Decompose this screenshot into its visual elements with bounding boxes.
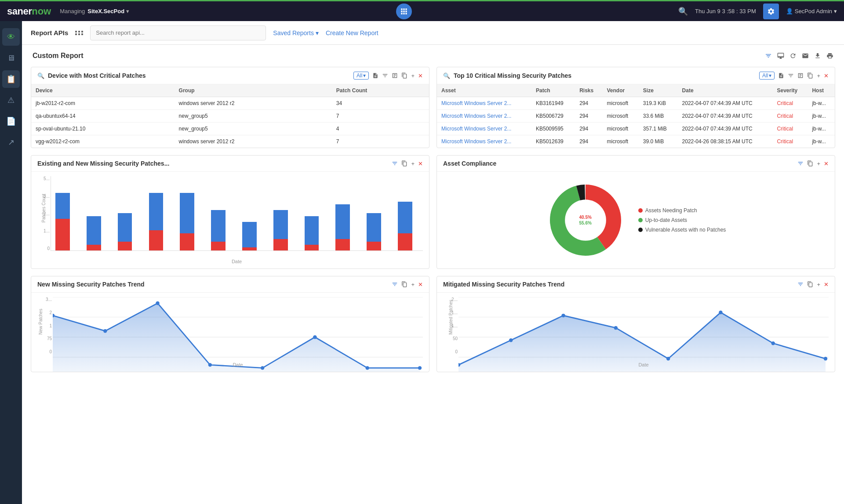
svg-point-10 (103, 329, 107, 333)
new-missing-trend-add-icon[interactable]: + (411, 281, 415, 288)
device-patches-search-icon[interactable]: 🔍 (37, 73, 44, 79)
col-asset: Asset (437, 84, 531, 97)
donut-container: 40.5% 55.6% Assets Needing Patch Up-to-d… (437, 172, 835, 268)
critical-patches-add-icon[interactable]: + (817, 73, 820, 79)
bar-stack (180, 193, 200, 250)
critical-patches-copy-icon[interactable] (807, 73, 813, 79)
device-patches-close-icon[interactable]: ✕ (418, 73, 423, 79)
logo: sanernow (7, 6, 51, 17)
sidebar-item-documents[interactable]: 📄 (2, 112, 20, 130)
device-patches-copy-icon[interactable] (401, 73, 407, 79)
bar-group (51, 176, 80, 250)
bar-stack (398, 202, 418, 250)
col-vendor: Vendor (603, 84, 639, 97)
user-icon: 👤 (786, 8, 793, 15)
col-size: Size (639, 84, 678, 97)
sidebar-item-visibility[interactable]: 👁 (2, 28, 20, 46)
bar-red (335, 239, 350, 250)
device-patches-doc-icon[interactable] (372, 73, 378, 79)
missing-patches-add-icon[interactable]: + (411, 160, 415, 167)
device-patches-actions: All ▾ (353, 72, 423, 80)
search-icon-nav[interactable]: 🔍 (678, 7, 688, 16)
mitigated-trend-filter-icon[interactable] (797, 281, 804, 287)
col-severity: Severity (772, 84, 808, 97)
bar-blue (55, 193, 70, 219)
new-missing-trend-close-icon[interactable]: ✕ (418, 281, 423, 288)
critical-patches-doc-icon[interactable] (778, 73, 784, 79)
user-menu[interactable]: 👤 SecPod Admin ▾ (786, 8, 837, 15)
donut-center-text: 40.5% 55.6% (579, 215, 591, 225)
bar-red (211, 242, 226, 250)
asset-compliance-add-icon[interactable]: + (817, 160, 820, 167)
mitigated-trend-actions: + ✕ (797, 281, 829, 288)
col-group: Group (175, 84, 332, 97)
bar-red (273, 239, 288, 250)
apps-grid-button[interactable] (396, 4, 412, 19)
missing-patches-copy-icon[interactable] (401, 160, 407, 167)
sidebar-item-devices[interactable]: 🖥 (2, 49, 20, 67)
saved-reports-label: Saved Reports (273, 29, 314, 36)
grid-view-button[interactable] (75, 31, 83, 35)
missing-patches-filter-icon[interactable] (392, 160, 398, 167)
saved-reports-button[interactable]: Saved Reports ▾ (273, 29, 319, 36)
download-icon-header[interactable] (814, 52, 821, 59)
dashboard-grid: 🔍 Device with Most Critical Patches All … (31, 67, 835, 372)
bar-blue (149, 193, 164, 230)
nav-time: Thu Jun 9 3 :58 : 33 PM (695, 8, 756, 15)
missing-patches-close-icon[interactable]: ✕ (418, 160, 423, 167)
settings-button[interactable] (763, 4, 779, 19)
critical-patches-actions: All ▾ (759, 72, 829, 80)
asset-compliance-copy-icon[interactable] (807, 160, 813, 167)
asset-compliance-widget: Asset Compliance + ✕ (437, 155, 835, 269)
bar-red (87, 245, 101, 250)
asset-compliance-filter-icon[interactable] (797, 160, 804, 167)
svg-point-24 (561, 314, 565, 317)
critical-patches-all-dropdown[interactable]: All ▾ (759, 72, 775, 80)
new-missing-trend-copy-icon[interactable] (401, 281, 407, 287)
mitigated-trend-close-icon[interactable]: ✕ (824, 281, 829, 288)
create-report-button[interactable]: Create New Report (326, 29, 378, 36)
sidebar-item-alerts[interactable]: ⚠ (2, 91, 20, 109)
email-icon-header[interactable] (802, 52, 809, 59)
device-patches-table-icon[interactable] (392, 73, 398, 79)
print-icon-header[interactable] (826, 52, 833, 59)
sidebar-item-export[interactable]: ↗ (2, 134, 20, 151)
report-apis-label: Report APIs (31, 29, 68, 36)
critical-patches-title: Top 10 Critical Missing Security Patches (454, 72, 571, 79)
device-patches-table-scroll: Device Group Patch Count jb-w2012-r2-com… (31, 84, 429, 148)
device-patches-filter-icon[interactable] (382, 73, 388, 79)
critical-patches-search-icon[interactable]: 🔍 (443, 73, 450, 79)
custom-report-title: Custom Report (33, 52, 84, 60)
mitigated-trend-copy-icon[interactable] (807, 281, 813, 287)
nav-right: 🔍 Thu Jun 9 3 :58 : 33 PM 👤 SecPod Admin… (678, 4, 837, 19)
asset-compliance-title: Asset Compliance (443, 160, 496, 167)
mitigated-line-y-label: Mitigated Patches (448, 300, 453, 335)
filter-icon-header[interactable] (765, 52, 772, 59)
site-dropdown-icon[interactable]: ▾ (126, 8, 129, 15)
new-line-y-label: New Patches (38, 309, 43, 335)
bar-stack (335, 204, 356, 250)
search-input[interactable] (90, 25, 266, 40)
bar-group (331, 176, 360, 250)
mitigated-trend-widget: Mitigated Missing Security Patches Trend… (437, 276, 835, 372)
main-content: Report APIs Saved Reports ▾ Create New R… (22, 21, 844, 504)
page-content: Custom Report (22, 45, 844, 379)
device-patches-all-dropdown[interactable]: All ▾ (353, 72, 369, 80)
asset-compliance-close-icon[interactable]: ✕ (824, 160, 829, 167)
refresh-icon-header[interactable] (789, 52, 797, 59)
mitigated-line-x-label: Date (458, 362, 829, 367)
mitigated-line-svg (458, 297, 829, 372)
critical-patches-close-icon[interactable]: ✕ (824, 73, 829, 79)
new-missing-trend-filter-icon[interactable] (392, 281, 398, 287)
device-patches-widget: 🔍 Device with Most Critical Patches All … (31, 67, 429, 148)
new-missing-trend-title: New Missing Security Patches Trend (37, 281, 145, 288)
table-row: vgg-w2012-r2-comwindows server 2012 r27 (31, 135, 429, 148)
new-line-x-label: Date (53, 362, 423, 367)
monitor-icon-header[interactable] (777, 52, 784, 59)
sidebar-item-reports[interactable]: 📋 (2, 70, 20, 88)
critical-patches-filter-icon[interactable] (788, 73, 794, 79)
device-patches-add-icon[interactable]: + (411, 73, 415, 79)
mitigated-trend-add-icon[interactable]: + (817, 281, 820, 288)
critical-patches-table-icon[interactable] (797, 73, 804, 79)
svg-point-27 (719, 311, 722, 314)
